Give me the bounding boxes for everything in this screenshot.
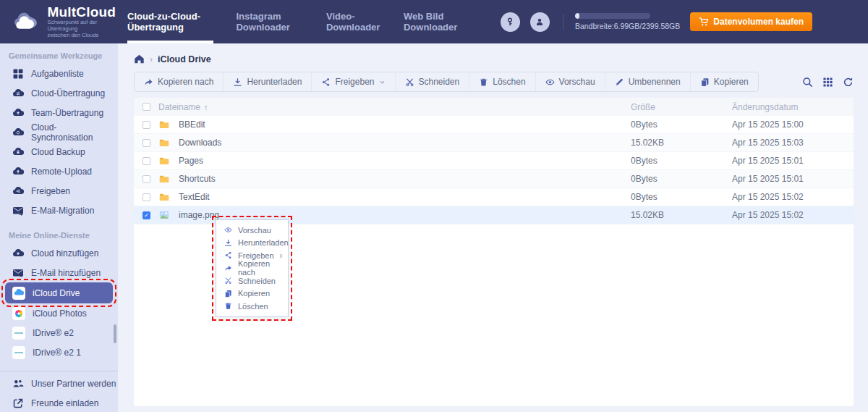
sort-ascending-icon[interactable]: ↑ (204, 103, 208, 112)
context-menu-item-label: Freigeben (238, 251, 274, 260)
section-title-common-tools: Gemeinsame Werkzeuge (0, 48, 118, 64)
idrive-icon (12, 346, 25, 359)
context-menu-item[interactable]: Kopieren nach › (216, 262, 288, 275)
sidebar-item[interactable]: IDrive® e2 1 (0, 342, 118, 362)
file-name[interactable]: Downloads (179, 138, 631, 148)
context-menu-item[interactable]: Löschen › (216, 300, 288, 313)
buy-data-volume-label: Datenvolumen kaufen (713, 17, 804, 27)
row-checkbox[interactable] (142, 211, 150, 219)
file-size: 15.02KB (631, 138, 732, 148)
row-checkbox[interactable] (142, 121, 150, 129)
toolbar-button[interactable]: Herunterladen (224, 72, 312, 91)
sidebar-item[interactable]: Cloud Backup (0, 142, 118, 161)
toolbar-button[interactable]: Umbenennen (605, 72, 691, 91)
grid-view-icon[interactable] (822, 77, 833, 88)
copy-to-icon (224, 264, 232, 272)
table-row[interactable]: TextEdit 0Bytes Apr 15 2025 15:02 (134, 188, 854, 206)
toolbar-button[interactable]: Löschen (469, 72, 535, 91)
row-checkbox[interactable] (142, 193, 150, 201)
file-modified-date: Apr 15 2025 15:01 (732, 156, 854, 166)
image-file-icon (158, 210, 170, 220)
nav-tab[interactable]: Web Bild Downloader (404, 0, 468, 43)
file-size: 15.02KB (631, 210, 732, 220)
toolbar-button[interactable]: Freigeben (312, 72, 395, 91)
submenu-arrow-icon: › (280, 251, 283, 260)
cloud-sync-icon (12, 127, 24, 138)
sidebar-item-label: Cloud-Synchronisation (31, 122, 118, 143)
home-icon[interactable] (134, 54, 145, 64)
sidebar-item-label: Cloud hinzufügen (31, 248, 98, 258)
column-header-name[interactable]: Dateiname (158, 102, 200, 112)
sidebar-footer-item[interactable]: Unser Partner werden (0, 374, 118, 393)
brand-logo-area[interactable]: MultCloud Schwerpunkt auf der Übertragun… (0, 5, 126, 38)
context-menu-item[interactable]: Vorschau › (216, 224, 288, 237)
table-row[interactable]: BBEdit 0Bytes Apr 15 2025 15:00 (134, 116, 854, 134)
nav-tab[interactable]: Instagram Downloader (236, 0, 304, 43)
file-size: 0Bytes (631, 192, 732, 202)
toolbar-button[interactable]: Kopieren (691, 72, 758, 91)
select-all-checkbox[interactable] (142, 103, 150, 111)
file-name[interactable]: BBEdit (179, 119, 631, 130)
file-modified-date: Apr 15 2025 15:02 (732, 192, 854, 202)
row-checkbox[interactable] (142, 175, 150, 183)
toolbar-button[interactable]: Schneiden (396, 72, 470, 91)
nav-tab[interactable]: Cloud-zu-Cloud-Übertragung (127, 0, 213, 43)
buy-data-volume-button[interactable]: Datenvolumen kaufen (690, 12, 812, 31)
row-checkbox[interactable] (142, 139, 150, 147)
header-divider (563, 14, 563, 30)
column-header-modified[interactable]: Änderungsdatum (732, 102, 854, 112)
file-name[interactable]: Shortcuts (179, 174, 631, 184)
cloud-add-icon (12, 248, 24, 259)
sidebar-item[interactable]: Freigeben (0, 181, 118, 201)
file-name[interactable]: Pages (179, 156, 631, 166)
cloud-transfer-icon (12, 88, 24, 99)
context-menu-item[interactable]: Kopieren › (216, 287, 288, 300)
file-modified-date: Apr 15 2025 15:01 (732, 174, 854, 184)
view-controls (802, 77, 854, 88)
refresh-icon[interactable] (843, 77, 854, 88)
online-services-list: Cloud hinzufügen E-Mail hinzufügen iClou… (0, 243, 118, 362)
multcloud-cloud-logo-icon (12, 11, 41, 33)
sidebar-item[interactable]: E-Mail hinzufügen (0, 263, 118, 282)
toolbar-button-label: Kopieren (714, 77, 749, 87)
file-name[interactable]: TextEdit (179, 192, 631, 202)
sidebar-scrollbar-thumb[interactable] (114, 324, 116, 343)
folder-icon (158, 192, 170, 202)
share-icon (224, 251, 232, 259)
sidebar-item[interactable]: Remote-Upload (0, 161, 118, 181)
sidebar-item[interactable]: Cloud-Übertragung (0, 83, 118, 103)
sidebar-item[interactable]: IDrive® e2 (0, 323, 118, 342)
sidebar-item[interactable]: E-Mail-Migration (0, 201, 118, 220)
context-menu-item[interactable]: Herunterladen › (216, 237, 288, 250)
toolbar-button[interactable]: Kopieren nach (135, 72, 224, 91)
toolbar-button[interactable]: Vorschau (536, 72, 605, 91)
folder-icon (158, 156, 170, 166)
file-modified-date: Apr 15 2025 15:03 (732, 138, 854, 148)
sidebar-item[interactable]: Team-Übertragung (0, 103, 118, 122)
context-menu-item-label: Kopieren nach (238, 259, 282, 277)
sidebar-item-label: Cloud-Übertragung (31, 88, 105, 98)
bandwidth-label: Bandbreite:6.99GB/2399.58GB (575, 22, 680, 30)
multcloud-app: MultCloud Schwerpunkt auf der Übertragun… (0, 0, 868, 412)
context-menu-item-label: Kopieren (238, 289, 270, 298)
table-row[interactable]: Pages 0Bytes Apr 15 2025 15:01 (134, 152, 854, 170)
sidebar-item[interactable]: iCloud Drive (5, 282, 113, 303)
sidebar-item[interactable]: Cloud-Synchronisation (0, 122, 118, 142)
sidebar-footer-item[interactable]: Freunde einladen (0, 393, 118, 412)
table-row[interactable]: Downloads 15.02KB Apr 15 2025 15:03 (134, 134, 854, 152)
file-actions-toolbar: Kopieren nach Herunterladen (134, 72, 759, 92)
sidebar-item[interactable]: iCloud Photos (0, 303, 118, 323)
download-icon (224, 239, 232, 247)
sidebar-item-label: Aufgabenliste (31, 69, 84, 79)
table-row[interactable]: Shortcuts 0Bytes Apr 15 2025 15:01 (134, 170, 854, 188)
row-checkbox[interactable] (142, 157, 150, 165)
password-key-button[interactable] (501, 12, 520, 32)
account-button[interactable] (530, 12, 550, 32)
column-header-size[interactable]: Größe (631, 102, 732, 112)
toolbar-button-label: Löschen (493, 77, 525, 87)
search-icon[interactable] (802, 77, 813, 88)
sidebar-item[interactable]: Cloud hinzufügen (0, 243, 118, 263)
nav-tab[interactable]: Video-Downloader (326, 0, 381, 43)
sidebar-item[interactable]: Aufgabenliste (0, 64, 118, 83)
breadcrumb-current-folder: iCloud Drive (158, 54, 211, 64)
